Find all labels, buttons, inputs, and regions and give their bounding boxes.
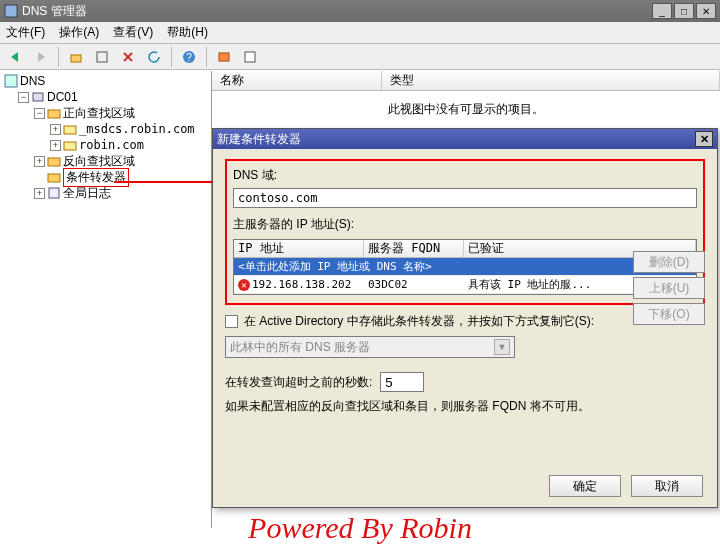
forward-button[interactable] — [30, 46, 52, 68]
grid-col-ip[interactable]: IP 地址 — [234, 240, 364, 257]
grid-col-fqdn[interactable]: 服务器 FQDN — [364, 240, 464, 257]
svg-text:?: ? — [186, 52, 192, 63]
chevron-down-icon: ▼ — [494, 339, 510, 355]
delete-button[interactable] — [117, 46, 139, 68]
properties-button[interactable] — [91, 46, 113, 68]
zone-icon — [63, 138, 77, 152]
svg-rect-3 — [71, 55, 81, 62]
dialog-close-button[interactable]: ✕ — [695, 131, 713, 147]
svg-rect-11 — [5, 75, 17, 87]
log-icon — [47, 186, 61, 200]
app-icon — [4, 4, 18, 18]
svg-rect-9 — [219, 53, 229, 61]
tree-server[interactable]: − DC01 — [2, 89, 209, 105]
grid-ip: 192.168.138.202 — [252, 278, 351, 291]
empty-message: 此视图中没有可显示的项目。 — [212, 91, 720, 128]
help-button[interactable]: ? — [178, 46, 200, 68]
folder-icon — [47, 106, 61, 120]
col-name[interactable]: 名称 — [212, 71, 382, 90]
svg-rect-10 — [245, 52, 255, 62]
server-icon — [31, 90, 45, 104]
list-header: 名称 类型 — [212, 71, 720, 91]
svg-rect-14 — [64, 126, 76, 134]
servers-label: 主服务器的 IP 地址(S): — [233, 216, 697, 233]
svg-marker-2 — [38, 52, 45, 62]
store-in-ad-label: 在 Active Directory 中存储此条件转发器，并按如下方式复制它(S… — [244, 313, 594, 330]
svg-rect-0 — [5, 5, 17, 17]
combo-value: 此林中的所有 DNS 服务器 — [230, 339, 370, 356]
toolbar: ? — [0, 44, 720, 70]
refresh-button[interactable] — [143, 46, 165, 68]
store-in-ad-checkbox[interactable] — [225, 315, 238, 328]
folder-icon — [47, 170, 61, 184]
svg-rect-12 — [33, 93, 43, 101]
tree-child-label: robin.com — [79, 138, 144, 152]
tree-log-label: 全局日志 — [63, 185, 111, 202]
zone-icon — [63, 122, 77, 136]
dns-domain-label: DNS 域: — [233, 167, 697, 184]
seconds-label: 在转发查询超时之前的秒数: — [225, 374, 372, 391]
expand-icon[interactable]: + — [50, 124, 61, 135]
tree-global-log[interactable]: + 全局日志 — [2, 185, 209, 201]
menubar: 文件(F) 操作(A) 查看(V) 帮助(H) — [0, 22, 720, 44]
tree-fwd-zone[interactable]: − 正向查找区域 — [2, 105, 209, 121]
grid-data-row[interactable]: ✕ 192.168.138.202 03DC02 具有该 IP 地址的服... — [234, 276, 696, 294]
svg-rect-18 — [49, 188, 59, 198]
delete-button[interactable]: 删除(D) — [633, 251, 705, 273]
tree-root-label: DNS — [20, 74, 45, 88]
grid-header: IP 地址 服务器 FQDN 已验证 — [234, 240, 696, 258]
servers-grid[interactable]: IP 地址 服务器 FQDN 已验证 <单击此处添加 IP 地址或 DNS 名称… — [233, 239, 697, 295]
svg-rect-16 — [48, 158, 60, 166]
cancel-button[interactable]: 取消 — [631, 475, 703, 497]
maximize-button[interactable]: □ — [674, 3, 694, 19]
svg-rect-13 — [48, 110, 60, 118]
tree-child-label: _msdcs.robin.com — [79, 122, 195, 136]
extra-2-button[interactable] — [239, 46, 261, 68]
minimize-button[interactable]: _ — [652, 3, 672, 19]
dialog-titlebar: 新建条件转发器 ✕ — [213, 129, 717, 149]
replication-combo[interactable]: 此林中的所有 DNS 服务器 ▼ — [225, 336, 515, 358]
dialog-title: 新建条件转发器 — [217, 131, 301, 148]
menu-view[interactable]: 查看(V) — [113, 24, 153, 41]
folder-icon — [47, 154, 61, 168]
tree-server-label: DC01 — [47, 90, 78, 104]
grid-hint-row[interactable]: <单击此处添加 IP 地址或 DNS 名称> — [234, 258, 696, 276]
tree-fwd-child[interactable]: + _msdcs.robin.com — [2, 121, 209, 137]
tree-root[interactable]: DNS — [2, 73, 209, 89]
move-up-button[interactable]: 上移(U) — [633, 277, 705, 299]
menu-help[interactable]: 帮助(H) — [167, 24, 208, 41]
seconds-input[interactable] — [380, 372, 424, 392]
menu-file[interactable]: 文件(F) — [6, 24, 45, 41]
ok-button[interactable]: 确定 — [549, 475, 621, 497]
new-conditional-forwarder-dialog: 新建条件转发器 ✕ DNS 域: 主服务器的 IP 地址(S): IP 地址 服… — [212, 128, 718, 508]
dns-domain-input[interactable] — [233, 188, 697, 208]
menu-action[interactable]: 操作(A) — [59, 24, 99, 41]
tree-cond-fwd[interactable]: 条件转发器 — [2, 169, 209, 185]
window-titlebar: DNS 管理器 _ □ ✕ — [0, 0, 720, 22]
error-icon: ✕ — [238, 279, 250, 291]
note-text: 如果未配置相应的反向查找区域和条目，则服务器 FQDN 将不可用。 — [225, 398, 705, 415]
expand-icon[interactable]: + — [34, 156, 45, 167]
close-button[interactable]: ✕ — [696, 3, 716, 19]
back-button[interactable] — [4, 46, 26, 68]
svg-rect-15 — [64, 142, 76, 150]
collapse-icon[interactable]: − — [34, 108, 45, 119]
move-down-button[interactable]: 下移(O) — [633, 303, 705, 325]
grid-hint-text: <单击此处添加 IP 地址或 DNS 名称> — [234, 259, 696, 274]
expand-icon[interactable]: + — [34, 188, 45, 199]
grid-fqdn: 03DC02 — [364, 278, 464, 291]
extra-1-button[interactable] — [213, 46, 235, 68]
svg-rect-17 — [48, 174, 60, 182]
window-title: DNS 管理器 — [22, 3, 87, 20]
col-type[interactable]: 类型 — [382, 71, 720, 90]
expand-icon[interactable]: + — [50, 140, 61, 151]
tree-fwd-label: 正向查找区域 — [63, 105, 135, 122]
tree-panel: DNS − DC01 − 正向查找区域 + _msdcs.robin.com +… — [0, 71, 212, 528]
tree-fwd-child[interactable]: + robin.com — [2, 137, 209, 153]
dns-icon — [4, 74, 18, 88]
svg-rect-4 — [97, 52, 107, 62]
svg-marker-1 — [11, 52, 18, 62]
up-button[interactable] — [65, 46, 87, 68]
collapse-icon[interactable]: − — [18, 92, 29, 103]
